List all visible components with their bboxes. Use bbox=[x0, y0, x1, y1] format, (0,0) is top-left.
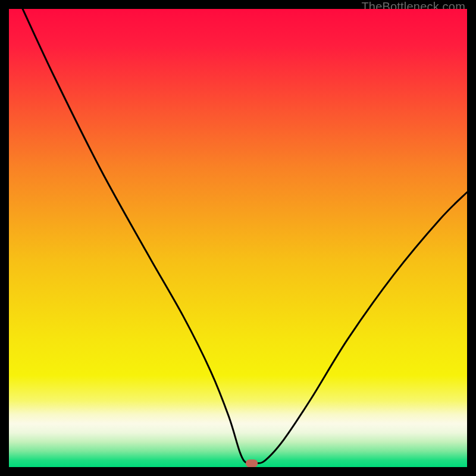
bottleneck-chart bbox=[9, 9, 467, 467]
chart-frame: TheBottleneck.com bbox=[0, 0, 476, 476]
gradient-background bbox=[9, 9, 467, 467]
minimum-marker bbox=[246, 459, 258, 467]
